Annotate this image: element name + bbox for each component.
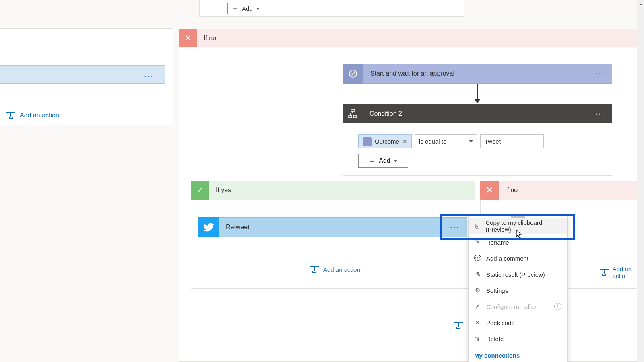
condition-icon [343,104,362,123]
more-icon[interactable]: ··· [595,109,605,119]
chevron-down-icon [469,140,473,143]
menu-configure-run-after: ↗ Configure run after i [469,298,567,315]
add-action-label: Add an action [20,112,59,119]
menu-rename[interactable]: ✎ Rename [469,234,567,250]
chevron-down-icon [394,160,398,162]
pill-text: Outcome [375,138,399,145]
trash-icon: 🗑 [474,335,481,342]
operator-dropdown[interactable]: is equal to [415,134,477,148]
menu-label: Static result (Preview) [486,271,545,278]
eye-icon: 👁 [474,319,481,326]
gear-icon: ⚙ [474,287,481,294]
add-button-condition[interactable]: ＋ Add [358,154,408,168]
more-icon[interactable]: ··· [443,222,467,232]
drag-grip [511,216,525,218]
flow-icon [310,266,319,273]
condition-title: Condition 2 [369,110,402,117]
flask-icon: ⚗ [474,271,481,278]
menu-add-comment[interactable]: 💬 Add a comment [469,250,567,266]
more-icon[interactable]: ··· [595,68,605,79]
approval-icon [343,64,363,84]
menu-delete[interactable]: 🗑 Delete [469,331,567,347]
add-action-link-left[interactable]: Add an action [6,112,59,119]
menu-settings[interactable]: ⚙ Settings [469,282,567,298]
vertical-scrollbar[interactable]: ▴ [637,0,644,362]
if-no-header: ✕ If no [179,29,644,47]
if-no-2-header: ✕ If no [480,181,644,200]
menu-peek-code[interactable]: 👁 Peek code [469,315,567,331]
x-icon: ✕ [179,29,197,47]
condition-body: Outcome ✕ is equal to Tweet ＋ Add [343,123,612,176]
add-label: Add [379,157,390,165]
svg-rect-3 [353,116,357,118]
if-yes-label: If yes [216,187,231,194]
flow-icon [6,112,15,119]
menu-label: Settings [486,287,508,294]
add-action-label: Add an action [323,266,360,273]
check-icon: ✓ [191,181,209,200]
outcome-icon [363,137,372,146]
approval-title: Start and wait for an approval [370,70,454,77]
menu-label: Rename [486,239,509,246]
dynamic-value-pill[interactable]: Outcome ✕ [358,134,412,148]
menu-static-result[interactable]: ⚗ Static result (Preview) [469,266,567,282]
operator-label: is equal to [419,138,446,145]
menu-copy-clipboard[interactable]: ⎘ Copy to my clipboard (Preview) [469,218,567,234]
menu-my-connections[interactable]: My connections [469,347,567,362]
more-icon[interactable]: ··· [144,71,154,82]
add-label: Add [242,5,253,12]
condition-header[interactable]: Condition 2 ··· [343,104,612,123]
menu-label: Configure run after [486,303,537,310]
clipboard-icon: ⎘ [474,223,480,230]
comment-icon: 💬 [474,255,481,262]
scroll-up-button[interactable]: ▴ [637,0,644,7]
value-input[interactable]: Tweet [480,134,544,148]
retweet-title: Retweet [226,224,443,231]
if-no-2-label: If no [505,187,518,194]
plus-icon: ＋ [232,5,239,12]
arrow-head-icon [474,99,481,103]
add-action-link-bottom[interactable] [454,322,463,329]
chevron-down-icon [256,8,260,10]
value-text: Tweet [485,138,501,145]
pencil-icon: ✎ [474,239,481,246]
svg-rect-1 [351,109,354,111]
if-yes-header: ✓ If yes [191,181,475,200]
twitter-icon [198,217,219,237]
left-action-card[interactable]: ··· [0,65,165,84]
flow-icon [454,322,463,329]
remove-icon[interactable]: ✕ [402,138,407,145]
add-action-link-yes[interactable]: Add an action [310,266,360,273]
menu-label: Delete [486,335,504,342]
if-no-label: If no [204,35,216,42]
if-yes-body [191,200,475,289]
flow-icon [600,269,608,276]
menu-label: Copy to my clipboard (Preview) [485,219,561,233]
context-menu: ⎘ Copy to my clipboard (Preview) ✎ Renam… [468,215,568,362]
menu-label: Peek code [486,319,515,326]
svg-rect-2 [349,116,352,118]
branch-icon: ↗ [474,303,481,310]
x-icon: ✕ [480,181,499,200]
add-button-top[interactable]: ＋ Add [227,3,264,14]
menu-label: Add a comment [486,255,528,262]
info-icon[interactable]: i [554,303,561,310]
arrow-line [477,84,478,100]
menu-label: My connections [474,352,520,359]
approval-card[interactable]: Start and wait for an approval ··· [343,64,612,84]
retweet-card[interactable]: Retweet ··· [198,217,467,237]
plus-icon: ＋ [369,158,376,165]
